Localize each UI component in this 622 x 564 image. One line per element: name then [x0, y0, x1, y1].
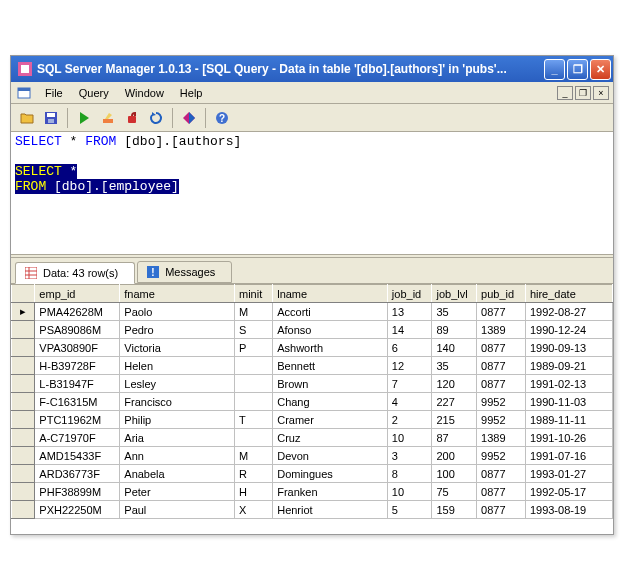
- col-emp_id[interactable]: emp_id: [35, 285, 120, 303]
- mdi-restore-button[interactable]: ❐: [575, 86, 591, 100]
- mdi-close-button[interactable]: ×: [593, 86, 609, 100]
- cell-fname[interactable]: Aria: [120, 429, 235, 447]
- cell-lname[interactable]: Cruz: [273, 429, 388, 447]
- cell-job_lvl[interactable]: 215: [432, 411, 477, 429]
- menu-window[interactable]: Window: [117, 85, 172, 101]
- cell-hire_date[interactable]: 1989-09-21: [525, 357, 612, 375]
- cell-lname[interactable]: Henriot: [273, 501, 388, 519]
- cell-emp_id[interactable]: PMA42628M: [35, 303, 120, 321]
- cell-pub_id[interactable]: 9952: [477, 393, 526, 411]
- cell-pub_id[interactable]: 1389: [477, 321, 526, 339]
- cell-pub_id[interactable]: 0877: [477, 357, 526, 375]
- cell-emp_id[interactable]: PSA89086M: [35, 321, 120, 339]
- cell-job_lvl[interactable]: 87: [432, 429, 477, 447]
- col-minit[interactable]: minit: [234, 285, 272, 303]
- cell-minit[interactable]: T: [234, 411, 272, 429]
- cell-job_id[interactable]: 2: [387, 411, 432, 429]
- cell-hire_date[interactable]: 1993-01-27: [525, 465, 612, 483]
- cell-fname[interactable]: Victoria: [120, 339, 235, 357]
- table-row[interactable]: PTC11962MPhilipTCramer221599521989-11-11: [12, 411, 613, 429]
- refresh-button[interactable]: [144, 106, 168, 130]
- cell-job_lvl[interactable]: 35: [432, 303, 477, 321]
- help-button[interactable]: ?: [210, 106, 234, 130]
- menu-query[interactable]: Query: [71, 85, 117, 101]
- cell-pub_id[interactable]: 1389: [477, 429, 526, 447]
- row-selector[interactable]: [12, 429, 35, 447]
- cell-job_id[interactable]: 13: [387, 303, 432, 321]
- row-selector[interactable]: [12, 483, 35, 501]
- cell-lname[interactable]: Cramer: [273, 411, 388, 429]
- col-lname[interactable]: lname: [273, 285, 388, 303]
- menu-help[interactable]: Help: [172, 85, 211, 101]
- cell-emp_id[interactable]: AMD15433F: [35, 447, 120, 465]
- cell-emp_id[interactable]: L-B31947F: [35, 375, 120, 393]
- maximize-button[interactable]: ❐: [567, 59, 588, 80]
- cell-pub_id[interactable]: 0877: [477, 483, 526, 501]
- cell-job_id[interactable]: 10: [387, 429, 432, 447]
- cell-job_lvl[interactable]: 159: [432, 501, 477, 519]
- cell-fname[interactable]: Philip: [120, 411, 235, 429]
- row-selector[interactable]: [12, 339, 35, 357]
- cell-job_id[interactable]: 4: [387, 393, 432, 411]
- cell-fname[interactable]: Lesley: [120, 375, 235, 393]
- cell-lname[interactable]: Brown: [273, 375, 388, 393]
- cell-emp_id[interactable]: H-B39728F: [35, 357, 120, 375]
- table-row[interactable]: ▸PMA42628MPaoloMAccorti133508771992-08-2…: [12, 303, 613, 321]
- col-hire_date[interactable]: hire_date: [525, 285, 612, 303]
- cell-lname[interactable]: Chang: [273, 393, 388, 411]
- cell-pub_id[interactable]: 0877: [477, 501, 526, 519]
- mdi-minimize-button[interactable]: _: [557, 86, 573, 100]
- mdi-window-icon[interactable]: [15, 84, 33, 102]
- cell-fname[interactable]: Paul: [120, 501, 235, 519]
- cell-fname[interactable]: Francisco: [120, 393, 235, 411]
- cell-job_id[interactable]: 8: [387, 465, 432, 483]
- cell-job_lvl[interactable]: 140: [432, 339, 477, 357]
- row-selector[interactable]: [12, 447, 35, 465]
- menu-file[interactable]: File: [37, 85, 71, 101]
- cell-lname[interactable]: Ashworth: [273, 339, 388, 357]
- cell-lname[interactable]: Franken: [273, 483, 388, 501]
- cell-lname[interactable]: Bennett: [273, 357, 388, 375]
- cell-job_id[interactable]: 12: [387, 357, 432, 375]
- cell-hire_date[interactable]: 1993-08-19: [525, 501, 612, 519]
- cell-minit[interactable]: S: [234, 321, 272, 339]
- cell-emp_id[interactable]: PTC11962M: [35, 411, 120, 429]
- cell-emp_id[interactable]: PXH22250M: [35, 501, 120, 519]
- cell-hire_date[interactable]: 1991-07-16: [525, 447, 612, 465]
- row-selector[interactable]: [12, 321, 35, 339]
- cell-fname[interactable]: Paolo: [120, 303, 235, 321]
- sql-editor[interactable]: SELECT * FROM [dbo].[authors] SELECT * F…: [11, 132, 613, 254]
- table-row[interactable]: AMD15433FAnnMDevon320099521991-07-16: [12, 447, 613, 465]
- cell-lname[interactable]: Domingues: [273, 465, 388, 483]
- cell-minit[interactable]: [234, 393, 272, 411]
- cell-minit[interactable]: [234, 429, 272, 447]
- row-selector[interactable]: [12, 465, 35, 483]
- clear-button[interactable]: [96, 106, 120, 130]
- cell-job_lvl[interactable]: 100: [432, 465, 477, 483]
- cell-lname[interactable]: Accorti: [273, 303, 388, 321]
- cell-pub_id[interactable]: 0877: [477, 303, 526, 321]
- cell-job_id[interactable]: 10: [387, 483, 432, 501]
- row-selector[interactable]: [12, 411, 35, 429]
- cell-fname[interactable]: Anabela: [120, 465, 235, 483]
- cell-job_id[interactable]: 14: [387, 321, 432, 339]
- cell-job_lvl[interactable]: 200: [432, 447, 477, 465]
- table-row[interactable]: PHF38899MPeterHFranken107508771992-05-17: [12, 483, 613, 501]
- cell-fname[interactable]: Pedro: [120, 321, 235, 339]
- tab-messages[interactable]: ! Messages: [137, 261, 232, 283]
- cell-minit[interactable]: [234, 357, 272, 375]
- tab-data[interactable]: Data: 43 row(s): [15, 262, 135, 284]
- cell-hire_date[interactable]: 1991-10-26: [525, 429, 612, 447]
- table-row[interactable]: PXH22250MPaulXHenriot515908771993-08-19: [12, 501, 613, 519]
- cell-fname[interactable]: Peter: [120, 483, 235, 501]
- open-button[interactable]: [15, 106, 39, 130]
- col-job_lvl[interactable]: job_lvl: [432, 285, 477, 303]
- cell-fname[interactable]: Ann: [120, 447, 235, 465]
- cell-job_id[interactable]: 5: [387, 501, 432, 519]
- cell-hire_date[interactable]: 1992-08-27: [525, 303, 612, 321]
- table-row[interactable]: L-B31947FLesleyBrown712008771991-02-13: [12, 375, 613, 393]
- cell-pub_id[interactable]: 0877: [477, 375, 526, 393]
- row-selector[interactable]: [12, 375, 35, 393]
- row-selector[interactable]: [12, 393, 35, 411]
- cell-pub_id[interactable]: 0877: [477, 465, 526, 483]
